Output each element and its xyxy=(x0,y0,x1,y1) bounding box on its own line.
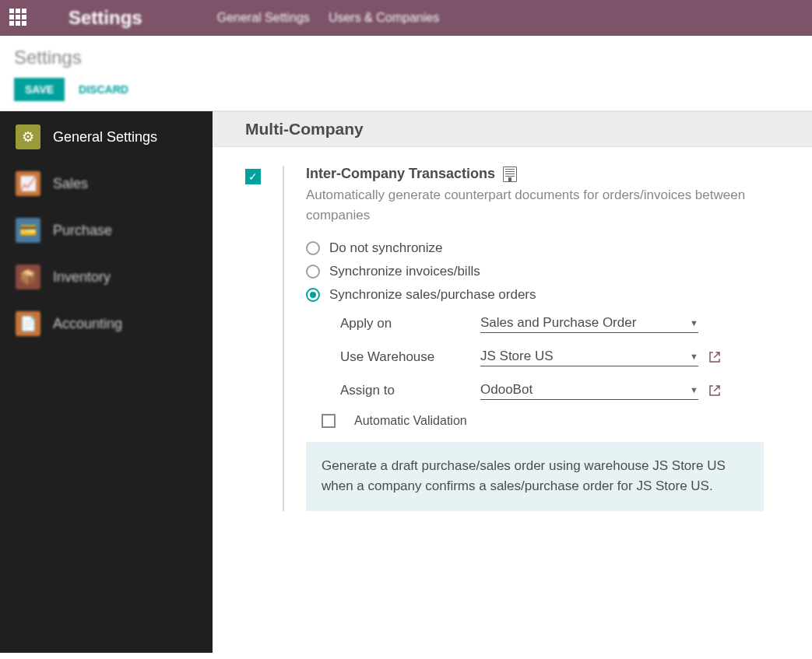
nav-links: General Settings Users & Companies xyxy=(217,11,439,25)
top-nav: Settings General Settings Users & Compan… xyxy=(0,0,812,36)
field-assign-to: Assign to OdooBot ▼ xyxy=(340,380,764,400)
nav-link-users-companies[interactable]: Users & Companies xyxy=(329,11,439,25)
sidebar-item-accounting[interactable]: 📄 Accounting xyxy=(0,300,213,347)
radio-label: Synchronize sales/purchase orders xyxy=(329,287,536,303)
select-value: OdooBot xyxy=(480,382,533,398)
sidebar-item-label: Sales xyxy=(53,176,88,192)
gear-icon: ⚙ xyxy=(16,124,40,149)
select-value: JS Store US xyxy=(480,349,554,364)
box-icon: 📦 xyxy=(16,265,40,289)
app-brand[interactable]: Settings xyxy=(69,7,142,29)
breadcrumb: Settings xyxy=(14,47,798,68)
setting-inter-company: ✓ Inter-Company Transactions Automatical… xyxy=(213,147,812,511)
apps-icon[interactable] xyxy=(9,9,28,27)
discard-button[interactable]: DISCARD xyxy=(79,83,128,96)
chart-icon: 📈 xyxy=(16,171,40,196)
field-label: Assign to xyxy=(340,383,480,398)
info-box: Generate a draft purchase/sales order us… xyxy=(306,442,764,511)
sidebar-item-inventory[interactable]: 📦 Inventory xyxy=(0,254,213,300)
setting-title-text: Inter-Company Transactions xyxy=(306,166,495,182)
field-label: Apply on xyxy=(340,316,480,331)
sidebar-item-label: Accounting xyxy=(53,316,122,332)
section-header: Multi-Company xyxy=(213,111,812,147)
sidebar-item-label: Inventory xyxy=(53,269,111,286)
building-icon xyxy=(503,167,517,182)
card-icon: 💳 xyxy=(16,218,40,243)
sync-fields: Apply on Sales and Purchase Order ▼ Use … xyxy=(340,314,764,400)
select-value: Sales and Purchase Order xyxy=(480,315,636,331)
nav-link-general-settings[interactable]: General Settings xyxy=(217,11,310,25)
inter-company-checkbox[interactable]: ✓ xyxy=(245,169,261,184)
sidebar-item-label: General Settings xyxy=(53,129,157,145)
subheader: Settings SAVE DISCARD xyxy=(0,36,812,110)
warehouse-select[interactable]: JS Store US ▼ xyxy=(480,347,698,366)
radio-label: Do not synchronize xyxy=(329,240,443,256)
radio-icon xyxy=(306,265,320,279)
chevron-down-icon: ▼ xyxy=(690,318,698,328)
sync-radios: Do not synchronize Synchronize invoices/… xyxy=(306,240,764,303)
chevron-down-icon: ▼ xyxy=(690,385,698,394)
apply-on-select[interactable]: Sales and Purchase Order ▼ xyxy=(480,314,698,333)
content: Multi-Company ✓ Inter-Company Transactio… xyxy=(213,111,812,653)
external-link-icon[interactable] xyxy=(708,350,722,364)
field-label: Use Warehouse xyxy=(340,349,480,365)
radio-do-not-sync[interactable]: Do not synchronize xyxy=(306,240,764,256)
field-warehouse: Use Warehouse JS Store US ▼ xyxy=(340,347,764,366)
sidebar: ⚙ General Settings 📈 Sales 💳 Purchase 📦 … xyxy=(0,111,213,653)
document-icon: 📄 xyxy=(16,311,40,336)
field-apply-on: Apply on Sales and Purchase Order ▼ xyxy=(340,314,764,333)
radio-icon xyxy=(306,241,320,255)
radio-sync-invoices[interactable]: Synchronize invoices/bills xyxy=(306,264,764,279)
setting-description: Automatically generate counterpart docum… xyxy=(306,185,764,225)
sidebar-item-general-settings[interactable]: ⚙ General Settings xyxy=(0,114,213,160)
sidebar-item-purchase[interactable]: 💳 Purchase xyxy=(0,207,213,254)
divider xyxy=(283,166,284,511)
setting-title: Inter-Company Transactions xyxy=(306,166,764,182)
sidebar-item-sales[interactable]: 📈 Sales xyxy=(0,160,213,207)
external-link-icon[interactable] xyxy=(708,384,722,398)
chevron-down-icon: ▼ xyxy=(690,352,698,361)
automatic-validation-checkbox[interactable] xyxy=(322,414,336,428)
radio-sync-orders[interactable]: Synchronize sales/purchase orders xyxy=(306,287,764,303)
radio-icon xyxy=(306,288,320,302)
sidebar-item-label: Purchase xyxy=(53,223,112,239)
save-button[interactable]: SAVE xyxy=(14,78,65,101)
automatic-validation-label: Automatic Validation xyxy=(354,414,467,428)
assign-to-select[interactable]: OdooBot ▼ xyxy=(480,380,698,400)
radio-label: Synchronize invoices/bills xyxy=(329,264,480,279)
automatic-validation-row: Automatic Validation xyxy=(322,414,764,428)
